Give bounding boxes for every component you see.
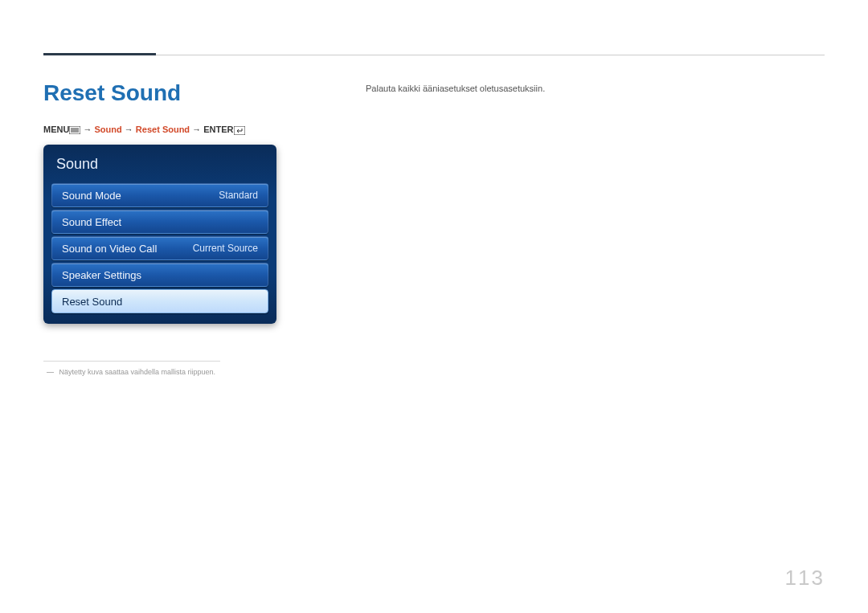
osd-item-sound-effect[interactable]: Sound Effect [51, 210, 268, 234]
breadcrumb-enter-label: ENTER [203, 125, 233, 134]
breadcrumb-arrow-1: → [83, 125, 94, 134]
breadcrumb: MENU → Sound → Reset Sound → ENTER [43, 125, 245, 135]
osd-item-reset-sound[interactable]: Reset Sound [51, 289, 268, 313]
osd-title: Sound [48, 151, 272, 181]
osd-item-label: Sound on Video Call [62, 243, 157, 255]
osd-panel: Sound Sound Mode Standard Sound Effect S… [43, 145, 276, 324]
manual-page: Reset Sound Palauta kaikki ääniasetukset… [0, 0, 868, 613]
footnote-dash: ― [47, 368, 54, 376]
osd-item-label: Speaker Settings [62, 269, 141, 281]
breadcrumb-sound: Sound [95, 125, 122, 134]
osd-item-sound-mode[interactable]: Sound Mode Standard [51, 183, 268, 207]
page-number: 113 [785, 566, 825, 591]
breadcrumb-arrow-2: → [125, 125, 136, 134]
osd-item-label: Reset Sound [62, 296, 122, 308]
description-text: Palauta kaikki ääniasetukset oletusasetu… [366, 84, 545, 93]
osd-item-speaker-settings[interactable]: Speaker Settings [51, 263, 268, 287]
breadcrumb-menu-label: MENU [43, 125, 69, 134]
osd-item-value: Current Source [193, 243, 258, 254]
top-rule-accent [43, 53, 156, 55]
osd-item-label: Sound Mode [62, 190, 121, 202]
enter-icon [234, 125, 245, 135]
page-heading: Reset Sound [43, 80, 181, 106]
footnote-rule [43, 361, 220, 362]
menu-icon [69, 125, 80, 135]
osd-item-sound-on-video-call[interactable]: Sound on Video Call Current Source [51, 236, 268, 260]
osd-item-label: Sound Effect [62, 216, 121, 228]
footnote: ― Näytetty kuva saattaa vaihdella mallis… [47, 368, 215, 376]
osd-item-value: Standard [219, 190, 258, 201]
top-rule [43, 55, 825, 55]
breadcrumb-arrow-3: → [192, 125, 203, 134]
footnote-text: Näytetty kuva saattaa vaihdella mallista… [59, 368, 216, 376]
breadcrumb-reset-sound: Reset Sound [136, 125, 190, 134]
